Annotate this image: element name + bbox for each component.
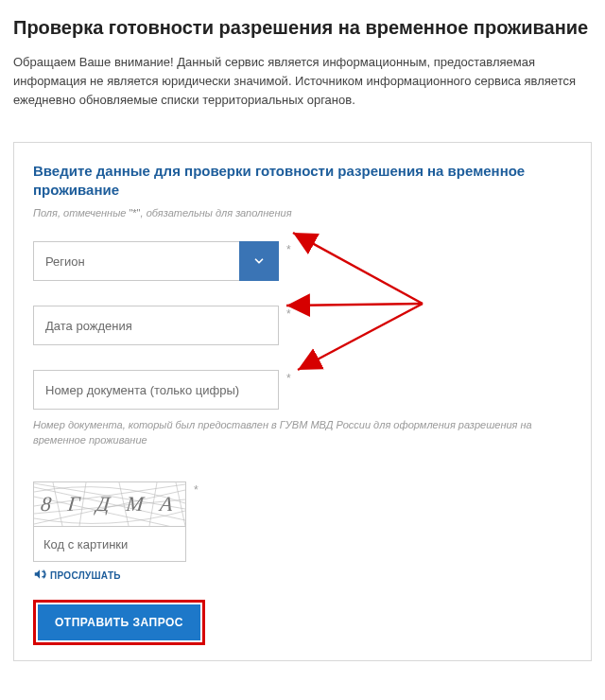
captcha-listen-label: ПРОСЛУШАТЬ (50, 570, 121, 581)
captcha-input-placeholder: Код с картинки (43, 537, 128, 551)
region-select[interactable]: Регион (33, 241, 279, 281)
required-hint: Поля, отмеченные "*", обязательны для за… (33, 207, 572, 219)
captcha-image: 8 Г Д М А (33, 481, 186, 526)
intro-text: Обращаем Ваше внимание! Данный сервис яв… (13, 53, 592, 110)
submit-button[interactable]: ОТПРАВИТЬ ЗАПРОС (38, 604, 200, 640)
required-star: * (194, 481, 199, 497)
document-number-hint: Номер документа, который был предоставле… (33, 417, 572, 447)
dob-placeholder: Дата рождения (45, 319, 132, 333)
captcha-listen-link[interactable]: ПРОСЛУШАТЬ (33, 568, 186, 583)
required-hint-prefix: Поля, отмеченные (33, 207, 129, 219)
sound-icon (33, 568, 46, 583)
captcha-input[interactable]: Код с картинки (33, 526, 186, 562)
required-hint-suffix: , обязательны для заполнения (141, 207, 292, 219)
required-star: * (286, 306, 291, 321)
submit-highlight-box: ОТПРАВИТЬ ЗАПРОС (33, 600, 205, 645)
chevron-down-icon[interactable] (239, 241, 279, 281)
form-heading: Введите данные для проверки готовности р… (33, 162, 572, 200)
required-star: * (286, 370, 291, 385)
document-number-placeholder: Номер документа (только цифры) (45, 383, 239, 397)
document-number-input[interactable]: Номер документа (только цифры) (33, 370, 279, 410)
region-placeholder: Регион (34, 254, 239, 269)
dob-input[interactable]: Дата рождения (33, 306, 279, 345)
page-title: Проверка готовности разрешения на времен… (13, 15, 592, 40)
form-panel: Введите данные для проверки готовности р… (13, 142, 592, 661)
required-star: * (286, 241, 291, 256)
required-hint-marker: "*" (129, 207, 140, 219)
